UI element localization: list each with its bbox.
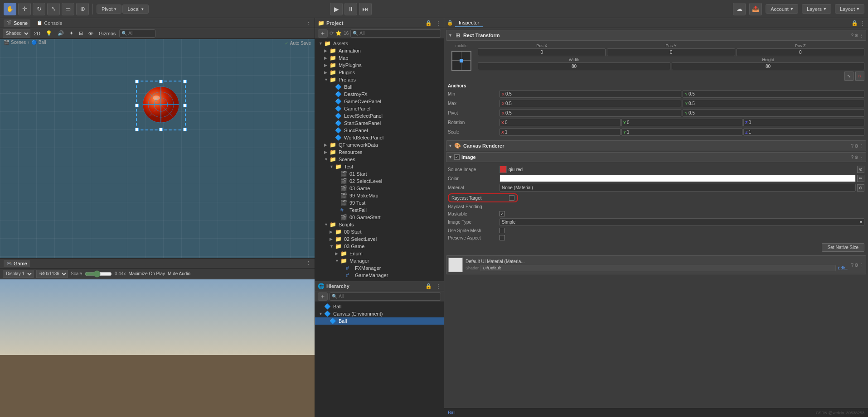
tree-item-test-folder[interactable]: ▼ 📁 Test xyxy=(315,163,444,170)
tree-item-01start[interactable]: 🎬 01 Start xyxy=(315,170,444,177)
hierarchy-search-input[interactable] xyxy=(339,294,439,299)
anchor-min-x[interactable]: X 0.5 xyxy=(499,90,681,98)
color-swatch[interactable] xyxy=(499,175,856,182)
scene-fx-toggle[interactable]: ✦ xyxy=(68,30,75,37)
shader-value[interactable]: UI/Default xyxy=(480,265,836,271)
anchor-widget[interactable] xyxy=(451,51,471,71)
rt-help-icon[interactable]: ? xyxy=(851,33,853,38)
rect-transform-header[interactable]: ▼ ⊞ Rect Transform ? ⚙ ⋮ xyxy=(446,30,866,41)
collab-icon[interactable]: ☁ xyxy=(733,3,746,15)
tree-item-levelselectpanel[interactable]: 🔷 LevelSelectPanel xyxy=(315,112,444,120)
scene-panel-menu[interactable]: ⋮ xyxy=(306,20,311,26)
tree-item-testfail[interactable]: # TestFail xyxy=(315,206,444,214)
cr-help-icon[interactable]: ? xyxy=(851,144,853,149)
anchor-max-y[interactable]: Y 0.5 xyxy=(683,100,864,107)
rotation-z[interactable]: Z 0 xyxy=(743,119,864,126)
hierarchy-more-icon[interactable]: ⋮ xyxy=(436,283,441,289)
image-type-dropdown[interactable]: Simple ▾ xyxy=(499,218,864,226)
shaded-select[interactable]: Shaded xyxy=(3,29,30,38)
tree-item-startgamepanel[interactable]: 🔷 StartGamePanel xyxy=(315,120,444,127)
scene-search[interactable]: 🔍 xyxy=(119,29,155,38)
hand-tool[interactable]: ✋ xyxy=(4,3,16,15)
anchor-max-x[interactable]: X 0.5 xyxy=(499,100,681,107)
inspector-lock-icon[interactable]: 🔒 xyxy=(447,20,453,26)
tree-item-manager[interactable]: ▼ 📁 Manager xyxy=(315,257,444,264)
pivot-button[interactable]: Pivot ▾ xyxy=(97,5,121,14)
project-lock-icon[interactable]: 🔒 xyxy=(425,20,432,26)
inspector-more-icon[interactable]: ⋮ xyxy=(860,20,865,26)
transform-tool[interactable]: ⊕ xyxy=(76,3,89,15)
scale-slider[interactable] xyxy=(85,270,112,278)
hierarchy-add-button[interactable]: + xyxy=(318,292,328,301)
tree-item-resources[interactable]: ▶ 📁 Resources xyxy=(315,149,444,156)
display-select[interactable]: Display 1 xyxy=(3,270,34,278)
image-enabled-checkbox[interactable] xyxy=(454,154,460,160)
rt-width-value[interactable]: 80 xyxy=(478,62,670,70)
hierarchy-search[interactable]: 🔍 xyxy=(330,292,441,301)
layout-button[interactable]: Layout ▾ xyxy=(835,4,864,14)
scale-tool[interactable]: ⤡ xyxy=(47,3,60,15)
project-add-button[interactable]: + xyxy=(318,29,328,38)
tree-item-myplugins[interactable]: ▶ 📁 MyPlugins xyxy=(315,62,444,69)
image-header[interactable]: ▼ Image ? ⚙ ⋮ xyxy=(446,152,866,162)
step-button[interactable]: ⏭ xyxy=(359,3,372,15)
preserve-aspect-checkbox[interactable] xyxy=(499,235,505,240)
rt-settings-icon[interactable]: ⚙ xyxy=(854,33,858,38)
material-component-header[interactable]: Default UI Material (Materia... Shader U… xyxy=(446,255,866,274)
2d-toggle[interactable]: 2D xyxy=(32,30,42,37)
source-image-picker[interactable]: ⊙ xyxy=(857,166,864,173)
rt-more-icon[interactable]: ⋮ xyxy=(859,33,864,38)
rt-resize-icon[interactable]: ⤡ xyxy=(844,72,853,81)
canvas-renderer-header[interactable]: ▼ 🎨 Canvas Renderer ? ⚙ ⋮ xyxy=(446,140,866,151)
edit-shader-button[interactable]: Edit... xyxy=(838,266,848,270)
hierarchy-item-ball-root[interactable]: 🔷 Ball xyxy=(315,303,444,310)
anchor-min-y[interactable]: Y 0.5 xyxy=(683,90,864,98)
scene-content[interactable]: 🎬 Scenes › 🔵 Ball xyxy=(0,39,315,258)
rotation-y[interactable]: Y 0 xyxy=(621,119,742,126)
mute-label[interactable]: Mute Audio xyxy=(168,271,190,276)
scale-y[interactable]: Y 1 xyxy=(621,128,742,136)
tree-item-02selectlevel-scripts[interactable]: ▶ 📁 02 SelectLevel xyxy=(315,235,444,243)
project-more-icon[interactable]: ⋮ xyxy=(436,20,441,26)
tab-console[interactable]: 📋 Console xyxy=(34,19,65,27)
set-native-size-button[interactable]: Set Native Size xyxy=(822,243,864,252)
mat-settings-icon[interactable]: ⚙ xyxy=(854,263,858,268)
play-button[interactable]: ▶ xyxy=(330,3,343,15)
img-help-icon[interactable]: ? xyxy=(851,155,853,160)
gizmos-btn[interactable]: Gizmos xyxy=(97,30,117,37)
rt-height-value[interactable]: 80 xyxy=(672,62,864,70)
scale-z[interactable]: Z 1 xyxy=(743,128,864,136)
tree-item-enum[interactable]: ▶ 📁 Enum xyxy=(315,250,444,257)
tree-item-fxmanager[interactable]: # FXManager xyxy=(315,264,444,272)
mat-help-icon[interactable]: ? xyxy=(851,263,853,268)
tree-item-02selectlevel[interactable]: 🎬 02 SelectLevel xyxy=(315,177,444,185)
hierarchy-item-canvas[interactable]: ▼ 🔷 Canvas (Environment) xyxy=(315,310,444,317)
layers-button[interactable]: Layers ▾ xyxy=(802,4,831,14)
rt-r-btn[interactable]: R xyxy=(855,72,864,81)
account-button[interactable]: Account ▾ xyxy=(766,4,798,14)
scene-search-input[interactable] xyxy=(128,31,153,36)
scene-light-toggle[interactable]: 💡 xyxy=(44,30,54,37)
scene-helpers-toggle[interactable]: 👁 xyxy=(87,30,95,37)
hierarchy-item-ball-selected[interactable]: 🔷 Ball xyxy=(315,317,444,325)
tree-item-99test[interactable]: 🎬 99 Test xyxy=(315,199,444,206)
maskable-checkbox[interactable] xyxy=(499,211,505,216)
tree-item-scenes[interactable]: ▼ 📁 Scenes xyxy=(315,156,444,163)
rotate-tool[interactable]: ↻ xyxy=(33,3,45,15)
tree-item-99makemap[interactable]: 🎬 99 MakeMap xyxy=(315,192,444,199)
tab-scene[interactable]: 🎬 Scene xyxy=(4,19,30,27)
tree-item-gamepanel[interactable]: 🔷 GamePanel xyxy=(315,105,444,112)
tree-item-assets[interactable]: ▼ 📁 Assets xyxy=(315,40,444,47)
rt-posz-value[interactable]: 0 xyxy=(737,48,864,56)
cr-more-icon[interactable]: ⋮ xyxy=(859,144,864,149)
pivot-y[interactable]: Y 0.5 xyxy=(683,109,864,117)
tree-item-prefabs[interactable]: ▼ 📁 Prefabs xyxy=(315,76,444,83)
color-edit-icon[interactable]: ✏ xyxy=(857,175,864,182)
tree-item-00start-scripts[interactable]: ▶ 📁 00 Start xyxy=(315,228,444,235)
cr-settings-icon[interactable]: ⚙ xyxy=(854,144,858,149)
img-settings-icon[interactable]: ⚙ xyxy=(854,155,858,160)
rotation-x[interactable]: X 0 xyxy=(499,119,621,126)
tree-item-succpanel[interactable]: 🔷 SuccPanel xyxy=(315,127,444,134)
scene-grid-toggle[interactable]: ⊞ xyxy=(77,30,85,37)
project-search-input[interactable] xyxy=(359,31,439,36)
